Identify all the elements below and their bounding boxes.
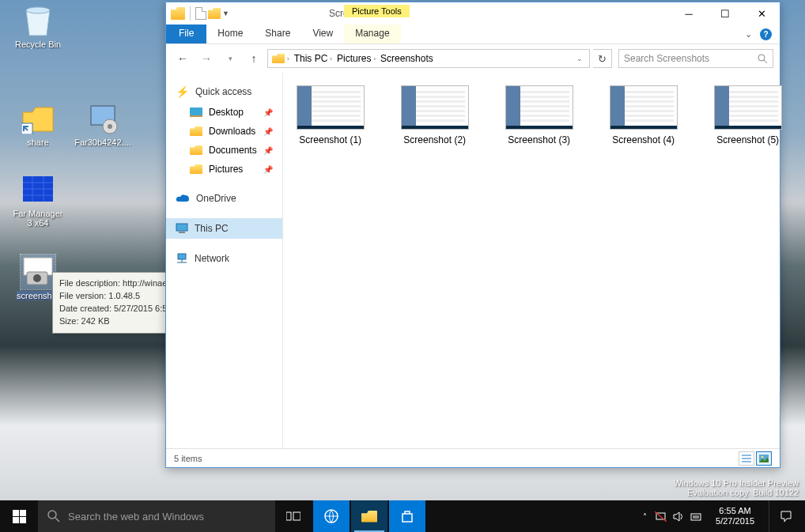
ribbon-expand-icon[interactable]: ⌄ [745, 29, 752, 40]
address-dropdown-icon[interactable]: ⌄ [572, 55, 588, 62]
maximize-button[interactable]: ☐ [707, 2, 743, 25]
desktop-icon-recycle-bin[interactable]: Recycle Bin [9, 3, 66, 49]
store-icon [401, 510, 414, 523]
titlebar[interactable]: ▼ Picture Tools Screenshots ─ ☐ ✕ [166, 2, 780, 25]
nav-item-desktop[interactable]: Desktop📌 [166, 103, 282, 122]
nav-item-documents[interactable]: Documents📌 [166, 141, 282, 160]
properties-icon[interactable] [195, 7, 206, 20]
file-item[interactable]: Screenshot (2) [394, 85, 476, 145]
desktop-icon-label: Recycle Bin [15, 40, 61, 49]
nav-network[interactable]: Network [166, 248, 282, 269]
nav-item-pictures[interactable]: Pictures📌 [166, 160, 282, 179]
edge-button[interactable] [313, 500, 350, 532]
svg-point-27 [762, 455, 764, 458]
svg-rect-18 [176, 224, 187, 231]
file-item[interactable]: Screenshot (1) [289, 85, 372, 145]
task-view-icon [286, 511, 300, 522]
thumbnail-icon [505, 85, 573, 130]
notification-icon [780, 510, 792, 523]
nav-quick-access[interactable]: ⚡Quick access [166, 81, 282, 103]
tab-file[interactable]: File [166, 25, 206, 43]
forward-button[interactable]: → [196, 48, 217, 69]
onedrive-icon [176, 194, 190, 203]
nav-item-downloads[interactable]: Downloads📌 [166, 122, 282, 141]
desktop-icon-far-manager[interactable]: Far Manager 3 x64 [9, 172, 66, 228]
tab-home[interactable]: Home [206, 25, 254, 43]
up-button[interactable]: ↑ [244, 48, 264, 69]
close-button[interactable]: ✕ [743, 2, 780, 25]
svg-rect-16 [190, 108, 202, 115]
file-list[interactable]: Screenshot (1) Screenshot (2) Screenshot… [283, 73, 796, 448]
task-view-button[interactable] [275, 500, 312, 532]
store-button[interactable] [389, 500, 425, 532]
input-tray-icon[interactable] [690, 511, 701, 522]
star-icon: ⚡ [176, 85, 189, 98]
breadcrumb-seg[interactable]: Pictures [337, 53, 371, 64]
desktop-icon-label: Far30b4242.... [74, 138, 131, 147]
details-view-button[interactable] [739, 451, 754, 466]
action-center-button[interactable] [769, 500, 802, 532]
thumbnail-icon [610, 85, 678, 130]
search-input[interactable]: Search Screenshots [618, 49, 773, 68]
folder-icon [190, 164, 202, 174]
folder-icon [190, 145, 202, 155]
network-tray-icon[interactable] [655, 511, 667, 522]
svg-point-13 [33, 274, 41, 282]
breadcrumb-seg[interactable]: Screenshots [380, 53, 433, 64]
tab-manage[interactable]: Manage [344, 25, 400, 43]
history-dropdown[interactable]: ▾ [220, 48, 240, 69]
help-icon[interactable]: ? [760, 28, 772, 40]
pc-icon [176, 223, 188, 234]
svg-rect-20 [178, 254, 186, 259]
folder-icon[interactable] [171, 7, 185, 20]
file-label: Screenshot (3) [508, 134, 570, 145]
file-item[interactable]: Screenshot (5) [707, 85, 789, 145]
explorer-taskbar-button[interactable] [351, 500, 387, 532]
svg-point-28 [48, 511, 56, 519]
new-folder-icon[interactable] [208, 8, 221, 19]
svg-point-14 [758, 55, 765, 61]
pin-icon: 📌 [263, 108, 273, 117]
file-item[interactable]: Screenshot (3) [498, 85, 580, 145]
desktop-icon-share[interactable]: share [9, 101, 66, 147]
back-button[interactable]: ← [172, 48, 193, 69]
address-bar[interactable]: › This PC› Pictures› Screenshots ⌄ [267, 49, 590, 68]
thumbnail-icon [714, 85, 782, 130]
minimize-button[interactable]: ─ [671, 2, 707, 25]
taskbar-search[interactable]: Search the web and Windows [38, 500, 275, 532]
nav-this-pc[interactable]: This PC [166, 218, 282, 239]
network-icon [176, 253, 188, 264]
pin-icon: 📌 [263, 127, 273, 136]
desktop-icon [190, 108, 202, 117]
tab-view[interactable]: View [301, 25, 344, 43]
search-icon [47, 510, 60, 523]
tray-overflow-icon[interactable]: ˄ [643, 512, 647, 521]
context-tab-label: Picture Tools [344, 5, 410, 17]
tab-share[interactable]: Share [254, 25, 301, 43]
folder-icon [272, 54, 285, 63]
ribbon-tabs: File Home Share View Manage ⌄ ? [166, 25, 780, 44]
refresh-button[interactable]: ↻ [593, 49, 612, 68]
svg-line-29 [55, 518, 59, 522]
search-icon [758, 54, 768, 64]
qat-dropdown-icon[interactable]: ▼ [222, 9, 229, 17]
file-item[interactable]: Screenshot (4) [603, 85, 685, 145]
quick-access-toolbar: ▼ [166, 6, 234, 21]
clock[interactable]: 6:55 AM 5/27/2015 [709, 506, 761, 526]
system-tray: ˄ 6:55 AM 5/27/2015 [640, 500, 805, 532]
file-label: Screenshot (2) [403, 134, 466, 145]
nav-onedrive[interactable]: OneDrive [166, 188, 282, 209]
breadcrumb-seg[interactable]: This PC [294, 53, 328, 64]
file-label: Screenshot (1) [299, 134, 361, 145]
folder-shortcut-icon [21, 101, 55, 136]
status-bar: 5 items [166, 448, 780, 467]
edge-icon [324, 509, 338, 523]
volume-tray-icon[interactable] [673, 511, 684, 522]
thumbnails-view-button[interactable] [756, 451, 772, 466]
svg-rect-30 [286, 512, 291, 520]
svg-rect-17 [190, 115, 202, 117]
pin-icon: 📌 [263, 146, 273, 155]
explorer-window: ▼ Picture Tools Screenshots ─ ☐ ✕ File H… [165, 2, 780, 468]
start-button[interactable] [0, 500, 38, 532]
desktop-icon-far-installer[interactable]: Far30b4242.... [74, 101, 131, 147]
